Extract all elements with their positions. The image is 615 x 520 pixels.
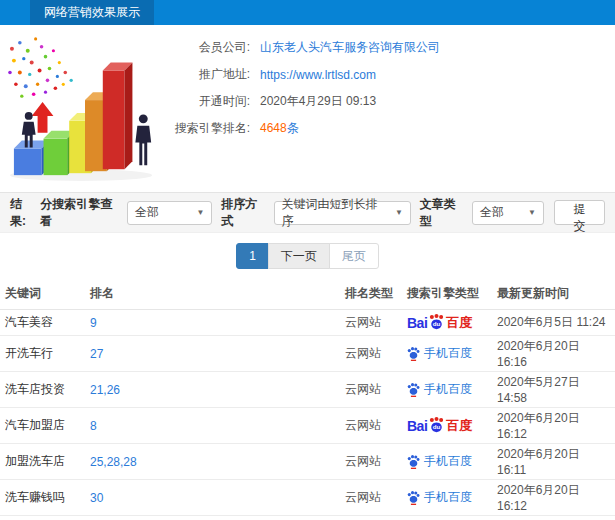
col-header-rank-type: 排名类型	[340, 278, 402, 310]
mobile-baidu-logo: 手机百度	[407, 345, 472, 362]
updated-time-cell: 2020年6月18日 14:27	[492, 516, 615, 520]
updated-time-cell: 2020年6月5日 11:24	[492, 310, 615, 336]
filter-bar: 结果: 分搜索引擎查看 全部 ▼ 排序方式 关键词由短到长排序 ▼ 文章类型 全…	[0, 192, 615, 233]
rank-type-cell: 云网站	[340, 408, 402, 444]
col-header-engine-type: 搜索引擎类型	[402, 278, 492, 310]
engine-type-cell: Baidu百度	[402, 310, 492, 336]
engine-rank-row: 搜索引擎排名: 4648条	[172, 120, 615, 137]
col-header-rank: 排名	[85, 278, 340, 310]
page-title: 网络营销效果展示	[44, 4, 140, 21]
keyword-cell: 汽车加盟店	[0, 408, 85, 444]
table-row: 洗车赚钱吗30云网站手机百度2020年6月20日 16:12	[0, 480, 615, 516]
pagination-current-page[interactable]: 1	[236, 243, 269, 269]
member-info: 会员公司: 山东老人头汽车服务咨询有限公司 推广地址: https://www.…	[172, 25, 615, 192]
keyword-cell: 开洗车行	[0, 336, 85, 372]
results-table: 关键词 排名 排名类型 搜索引擎类型 最新更新时间 汽车美容9云网站Baidu百…	[0, 278, 615, 520]
rank-type-cell: 云网站	[340, 516, 402, 520]
submit-button[interactable]: 提交	[554, 200, 605, 225]
rank-cell[interactable]: 8	[85, 408, 340, 444]
table-row: 洗车店利润30云网站手机百度2020年6月18日 14:27	[0, 516, 615, 520]
promo-url-label: 推广地址:	[172, 66, 250, 83]
chevron-down-icon: ▼	[190, 208, 204, 217]
baidu-paw-icon: du	[428, 417, 445, 434]
sort-filter-select[interactable]: 关键词由短到长排序 ▼	[274, 201, 411, 225]
mobile-baidu-label: 手机百度	[424, 345, 472, 362]
rank-cell[interactable]: 30	[85, 516, 340, 520]
rank-type-cell: 云网站	[340, 444, 402, 480]
engine-type-cell: 手机百度	[402, 336, 492, 372]
promo-url-row: 推广地址: https://www.lrtlsd.com	[172, 66, 615, 83]
engine-type-cell: Baidu百度	[402, 408, 492, 444]
col-header-updated: 最新更新时间	[492, 278, 615, 310]
engine-type-cell: 手机百度	[402, 444, 492, 480]
keyword-cell: 洗车店投资	[0, 372, 85, 408]
rank-cell[interactable]: 9	[85, 310, 340, 336]
svg-text:du: du	[433, 423, 441, 430]
mobile-baidu-logo: 手机百度	[407, 489, 472, 506]
updated-time-cell: 2020年5月27日 14:58	[492, 372, 615, 408]
article-type-label: 文章类型	[420, 196, 466, 230]
rank-type-cell: 云网站	[340, 336, 402, 372]
open-time-value: 2020年4月29日 09:13	[260, 93, 376, 110]
mobile-baidu-paw-icon	[407, 490, 420, 505]
mobile-baidu-label: 手机百度	[424, 453, 472, 470]
rank-cell[interactable]: 30	[85, 480, 340, 516]
rank-type-cell: 云网站	[340, 372, 402, 408]
article-type-select[interactable]: 全部 ▼	[472, 201, 544, 225]
table-row: 开洗车行27云网站手机百度2020年6月20日 16:16	[0, 336, 615, 372]
mobile-baidu-label: 手机百度	[424, 489, 472, 506]
engine-filter-select[interactable]: 全部 ▼	[127, 201, 212, 225]
page-title-tab[interactable]: 网络营销效果展示	[30, 0, 154, 25]
engine-filter-label: 分搜索引擎查看	[40, 196, 121, 230]
result-label: 结果:	[10, 196, 37, 230]
engine-rank-value: 4648条	[260, 120, 299, 137]
keyword-cell: 洗车赚钱吗	[0, 480, 85, 516]
engine-filter-value: 全部	[135, 204, 159, 221]
top-navbar: 网络营销效果展示	[0, 0, 615, 25]
rank-cell[interactable]: 21,26	[85, 372, 340, 408]
updated-time-cell: 2020年6月20日 16:11	[492, 444, 615, 480]
table-row: 加盟洗车店25,28,28云网站手机百度2020年6月20日 16:11	[0, 444, 615, 480]
baidu-logo-cn-text: 百度	[446, 314, 472, 332]
sort-filter-label: 排序方式	[221, 196, 267, 230]
mobile-baidu-paw-icon	[407, 454, 420, 469]
table-row: 洗车店投资21,26云网站手机百度2020年5月27日 14:58	[0, 372, 615, 408]
bar-chart-illustration	[2, 29, 170, 187]
summary-section: 会员公司: 山东老人头汽车服务咨询有限公司 推广地址: https://www.…	[0, 25, 615, 192]
promo-url-link[interactable]: https://www.lrtlsd.com	[260, 68, 376, 82]
keyword-cell: 加盟洗车店	[0, 444, 85, 480]
baidu-paw-icon: du	[428, 314, 445, 331]
member-company-label: 会员公司:	[172, 39, 250, 56]
keyword-cell: 汽车美容	[0, 310, 85, 336]
table-row: 汽车加盟店8云网站Baidu百度2020年6月20日 16:12	[0, 408, 615, 444]
pagination-next-button[interactable]: 下一页	[268, 243, 330, 269]
engine-type-cell: 手机百度	[402, 516, 492, 520]
pagination-last-button[interactable]: 尾页	[329, 243, 379, 269]
table-header-row: 关键词 排名 排名类型 搜索引擎类型 最新更新时间	[0, 278, 615, 310]
mobile-baidu-logo: 手机百度	[407, 381, 472, 398]
open-time-row: 开通时间: 2020年4月29日 09:13	[172, 93, 615, 110]
businessman-right	[135, 114, 151, 165]
baidu-logo-bai-text: Bai	[407, 418, 427, 434]
col-header-keyword: 关键词	[0, 278, 85, 310]
updated-time-cell: 2020年6月20日 16:12	[492, 480, 615, 516]
rank-cell[interactable]: 25,28,28	[85, 444, 340, 480]
pagination: 1 下一页 尾页	[0, 243, 615, 269]
baidu-logo-cn-text: 百度	[446, 417, 472, 435]
mobile-baidu-label: 手机百度	[424, 381, 472, 398]
engine-rank-label: 搜索引擎排名:	[172, 120, 250, 137]
sort-filter-value: 关键词由短到长排序	[282, 196, 389, 230]
updated-time-cell: 2020年6月20日 16:16	[492, 336, 615, 372]
filter-controls: 分搜索引擎查看 全部 ▼ 排序方式 关键词由短到长排序 ▼ 文章类型 全部 ▼ …	[37, 196, 605, 230]
engine-type-cell: 手机百度	[402, 480, 492, 516]
table-row: 汽车美容9云网站Baidu百度2020年6月5日 11:24	[0, 310, 615, 336]
rank-cell[interactable]: 27	[85, 336, 340, 372]
member-company-link[interactable]: 山东老人头汽车服务咨询有限公司	[260, 39, 440, 56]
promo-image	[0, 25, 172, 192]
mobile-baidu-paw-icon	[407, 382, 420, 397]
mobile-baidu-paw-icon	[407, 346, 420, 361]
member-company-row: 会员公司: 山东老人头汽车服务咨询有限公司	[172, 39, 615, 56]
rank-type-cell: 云网站	[340, 310, 402, 336]
engine-rank-count: 4648	[260, 121, 287, 135]
chevron-down-icon: ▼	[389, 208, 403, 217]
